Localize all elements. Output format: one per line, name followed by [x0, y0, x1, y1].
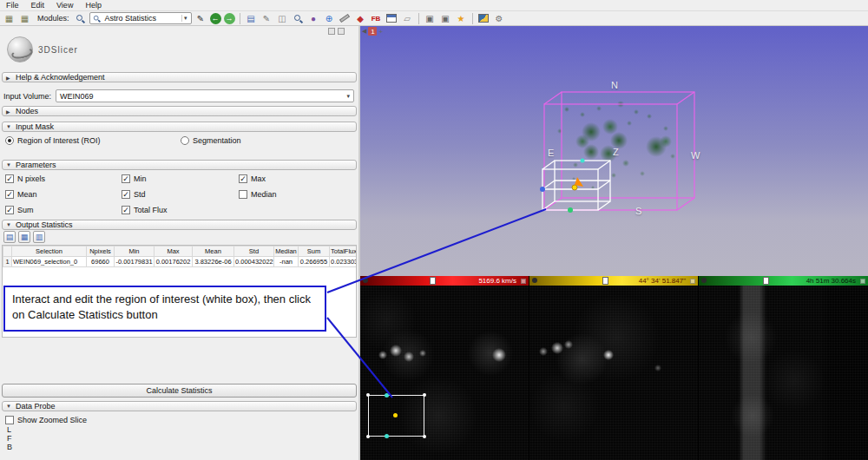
zoom-tool-icon[interactable]	[292, 12, 305, 25]
section-nodes[interactable]: ▶ Nodes	[2, 106, 357, 116]
cell-mean[interactable]: 3.83226e-06	[193, 257, 234, 267]
menu-file[interactable]: File	[0, 0, 25, 11]
section-output-statistics[interactable]: ▼ Output Statistics	[2, 220, 357, 230]
plot-stats-icon[interactable]: ▥	[33, 231, 45, 243]
green-slice-image[interactable]	[699, 286, 868, 460]
settings-gear-icon[interactable]: ⚙	[493, 12, 506, 25]
yellow-slice-view[interactable]: 44° 34' 51.847"	[529, 276, 699, 460]
param-std-checkbox[interactable]: ✓ Std	[122, 190, 146, 199]
col-std[interactable]: Std	[234, 246, 274, 257]
red-slice-view[interactable]: 5169.6 km/s	[360, 276, 529, 460]
load-scene-icon[interactable]: ▦	[3, 12, 16, 25]
roi-radio[interactable]: Region of Interest (ROI)	[5, 136, 101, 145]
col-mean[interactable]: Mean	[193, 246, 234, 257]
roi-corner-handle[interactable]	[366, 435, 370, 438]
calculate-statistics-button[interactable]: Calculate Statistics	[2, 384, 357, 398]
screenshot-icon[interactable]: ▣	[424, 12, 437, 25]
param-max-checkbox[interactable]: ✓ Max	[239, 174, 266, 183]
red-slice-slider-handle[interactable]	[430, 277, 436, 285]
cell-npixels[interactable]: 69660	[87, 257, 115, 267]
roi-handle-cyan[interactable]	[385, 434, 389, 438]
yellow-slice-slider-handle[interactable]	[602, 277, 608, 285]
globe-icon[interactable]: ●	[307, 12, 320, 25]
layout-selector-icon[interactable]	[385, 12, 398, 25]
export-stats-icon[interactable]: ▦	[18, 231, 30, 243]
input-volume-selector[interactable]: WEIN069 ▾	[56, 89, 354, 102]
param-median-checkbox[interactable]: ✓ Median	[239, 190, 277, 199]
col-sum[interactable]: Sum	[299, 246, 330, 257]
menu-help[interactable]: Help	[79, 0, 108, 11]
edit-module-icon[interactable]: ✎	[194, 12, 207, 25]
view-link-icon[interactable]	[860, 279, 865, 284]
python-console-icon[interactable]	[477, 12, 490, 25]
col-min[interactable]: Min	[115, 246, 155, 257]
param-min-checkbox[interactable]: ✓ Min	[122, 174, 147, 183]
pin-icon[interactable]	[701, 278, 707, 283]
roi-rectangle[interactable]	[368, 395, 424, 437]
col-npixels[interactable]: Npixels	[87, 246, 115, 257]
cell-totalflux[interactable]: 0.0233037	[330, 257, 358, 267]
annotations-icon[interactable]: ✎	[260, 12, 273, 25]
copy-stats-icon[interactable]: ▤	[3, 231, 16, 243]
history-forward-icon[interactable]: →	[224, 13, 235, 24]
cell-max[interactable]: 0.00176202	[155, 257, 193, 267]
cell-min[interactable]: -0.00179831	[115, 257, 155, 267]
scene-views-icon[interactable]: ▣	[439, 12, 452, 25]
transforms-icon[interactable]: ▱	[401, 12, 414, 25]
cell-selection[interactable]: WEIN069_selection_0	[12, 257, 87, 267]
pin-icon[interactable]	[532, 278, 537, 283]
section-data-probe[interactable]: ▼ Data Probe	[2, 401, 357, 411]
red-slice-image[interactable]	[360, 286, 529, 460]
roi-handle-blue[interactable]	[540, 187, 545, 192]
menu-edit[interactable]: Edit	[25, 0, 51, 11]
view-link-icon[interactable]	[521, 279, 526, 284]
extensions-icon[interactable]: ★	[455, 12, 468, 25]
col-median[interactable]: Median	[274, 246, 299, 257]
hide-panel-icon[interactable]	[338, 28, 345, 35]
ruler-icon[interactable]	[339, 12, 352, 25]
roi-corner-handle[interactable]	[423, 435, 426, 438]
threed-view[interactable]: ◀ 1 +	[360, 26, 868, 276]
param-sum-checkbox[interactable]: ✓ Sum	[5, 206, 34, 214]
history-back-icon[interactable]: ←	[210, 13, 221, 24]
green-slice-view[interactable]: 4h 51m 30.664s	[699, 276, 868, 460]
roi-handle-cyan[interactable]	[385, 393, 389, 398]
module-search-icon[interactable]	[74, 12, 87, 25]
module-selector[interactable]: Astro Statistics ▾	[89, 12, 192, 24]
roi-handle-yellow[interactable]	[393, 413, 398, 417]
menu-view[interactable]: View	[50, 0, 79, 11]
save-scene-icon[interactable]: ▦	[18, 12, 31, 25]
segmentation-radio[interactable]: Segmentation	[181, 136, 241, 145]
param-mean-checkbox[interactable]: ✓ Mean	[5, 190, 37, 199]
section-help-acknowledgement[interactable]: ▶ Help & Acknowledgement	[2, 72, 357, 82]
show-zoomed-slice-checkbox[interactable]: ✓ Show Zoomed Slice	[5, 416, 87, 424]
section-input-mask[interactable]: ▼ Input Mask	[2, 122, 357, 132]
yellow-slice-controller[interactable]: 44° 34' 51.847"	[529, 276, 698, 286]
yellow-slice-image[interactable]	[529, 286, 698, 460]
section-parameters[interactable]: ▼ Parameters	[2, 160, 357, 170]
view-link-icon[interactable]	[690, 279, 695, 284]
module-history-icon[interactable]: ▤	[245, 12, 258, 25]
roi-handle-yellow[interactable]	[572, 185, 577, 190]
green-slice-controller[interactable]: 4h 51m 30.664s	[699, 276, 868, 286]
roi-corner-handle[interactable]	[366, 393, 370, 397]
roi-corner-handle[interactable]	[423, 393, 426, 397]
undock-panel-icon[interactable]	[328, 28, 335, 35]
cell-std[interactable]: 0.000432022	[234, 257, 274, 267]
windrose-icon[interactable]: ◆	[354, 12, 367, 25]
cell-median[interactable]: -nan	[274, 257, 299, 267]
red-slice-controller[interactable]: 5169.6 km/s	[360, 276, 529, 286]
roi-handle-green[interactable]	[568, 207, 573, 213]
pin-icon[interactable]	[363, 278, 368, 283]
collapse-controller-icon[interactable]: ◀	[362, 28, 366, 35]
cell-sum[interactable]: 0.266955	[299, 257, 330, 267]
green-slice-slider-handle[interactable]	[763, 277, 769, 285]
freesurfer-icon[interactable]: FB	[370, 12, 383, 25]
roi-handle-cyan[interactable]	[581, 159, 585, 163]
table-row[interactable]: 1 WEIN069_selection_0 69660 -0.00179831 …	[3, 257, 358, 267]
param-npixels-checkbox[interactable]: ✓ N pixels	[5, 174, 45, 183]
accounts-icon[interactable]: ◫	[276, 12, 289, 25]
crosshair-icon[interactable]: ⊕	[323, 12, 336, 25]
col-selection[interactable]: Selection	[12, 246, 87, 257]
param-totalflux-checkbox[interactable]: ✓ Total Flux	[122, 206, 168, 214]
